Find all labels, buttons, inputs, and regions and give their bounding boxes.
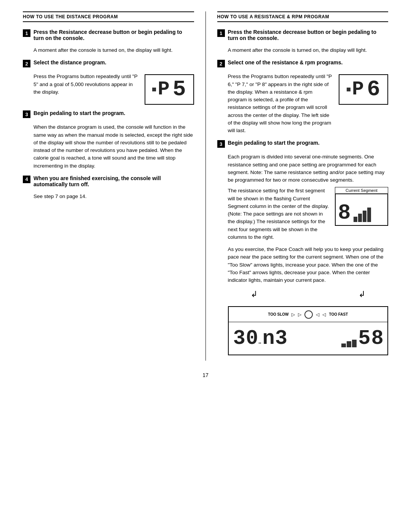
- right-step1-title: Press the Resistance decrease button or …: [228, 29, 389, 41]
- left-step3-number: 3: [23, 110, 30, 118]
- segment-inner-display: 8: [335, 193, 388, 226]
- right-step2: 2 Select one of the resistance & rpm pro…: [217, 59, 389, 67]
- right-step3-content: Each program is divided into several one…: [228, 153, 389, 355]
- pace-coach-section: ↳ ↲ TOO SLOW ▷ ▷ ◁ ◁: [228, 289, 389, 355]
- left-step2: 2 Select the distance program.: [23, 59, 194, 67]
- pace-dots: ▪▪: [258, 341, 261, 345]
- pace-bottom-row: 3 0 ▪▪ n 3: [229, 322, 388, 355]
- left-step4: 4 When you are finished exercising, the …: [23, 175, 194, 187]
- right-step1-content: A moment after the console is turned on,…: [228, 46, 389, 54]
- lcd-p6-icon: [347, 88, 350, 91]
- right-step3-number: 3: [217, 140, 225, 148]
- left-step3-body: When the distance program is used, the c…: [33, 123, 194, 170]
- right-step1: 1 Press the Resistance decrease button o…: [217, 29, 389, 41]
- left-step4-content: See step 7 on page 14.: [33, 193, 194, 200]
- left-step2-text: Press the Programs button repeatedly unt…: [33, 73, 139, 96]
- curve-arrow-right: ↲: [358, 289, 365, 299]
- too-fast-label: TOO FAST: [329, 312, 348, 316]
- right-step2-text: Press the Programs button repeatedly unt…: [228, 73, 333, 134]
- pace-bars: [341, 340, 357, 347]
- lcd-p5-content: P 5: [145, 75, 193, 104]
- segment-big-char: 8: [338, 202, 351, 224]
- left-step2-inline: Press the Programs button repeatedly unt…: [33, 73, 194, 105]
- pace-lcd-8: 8: [371, 328, 383, 349]
- right-step3-title: Begin pedaling to start the program.: [228, 140, 320, 146]
- curve-arrow-left: ↳: [251, 289, 258, 299]
- right-step3-seg-text: Each program is divided into several one…: [228, 153, 389, 184]
- segment-box-wrapper: Current Segment 8: [335, 187, 388, 226]
- pace-arrow-4: ◁: [322, 312, 326, 317]
- left-column: HOW TO USE THE DISTANCE PROGRAM 1 Press …: [19, 11, 206, 361]
- curve-arrows-row: ↳ ↲: [228, 289, 389, 300]
- display-p6: P 6: [339, 74, 388, 105]
- left-step1-title: Press the Resistance decrease button or …: [33, 29, 194, 41]
- left-step2-number: 2: [23, 60, 30, 67]
- page-number: 17: [19, 372, 392, 378]
- lcd-p5-char2: 5: [173, 78, 186, 101]
- segment-display-container: The resistance setting for the first seg…: [228, 187, 389, 241]
- segment-bars: [354, 208, 371, 222]
- left-step2-content: Press the Programs button repeatedly unt…: [33, 73, 194, 105]
- lcd-p6-content: P 6: [339, 75, 387, 104]
- left-step1: 1 Press the Resistance decrease button o…: [23, 29, 194, 41]
- pace-lcd-0: 0: [246, 328, 257, 349]
- left-step3: 3 Begin pedaling to start the program.: [23, 110, 194, 118]
- pace-arrows-area: TOO SLOW ▷ ▷ ◁ ◁ TOO FAST: [233, 310, 383, 319]
- pace-bottom-right: 5 8: [341, 328, 383, 349]
- lcd-p6-char1: P: [352, 80, 364, 99]
- page: HOW TO USE THE DISTANCE PROGRAM 1 Press …: [0, 0, 411, 532]
- left-header: HOW TO USE THE DISTANCE PROGRAM: [23, 11, 194, 22]
- pace-top-row: TOO SLOW ▷ ▷ ◁ ◁ TOO FAST: [229, 307, 388, 322]
- lcd-p5-icon: [152, 88, 156, 91]
- right-step2-title: Select one of the resistance & rpm progr…: [228, 59, 343, 66]
- pace-display: TOO SLOW ▷ ▷ ◁ ◁ TOO FAST: [228, 306, 389, 355]
- pace-bottom-left: 3 0 ▪▪ n 3: [233, 328, 287, 349]
- pace-lcd-3b: 3: [275, 328, 287, 349]
- right-step2-number: 2: [217, 60, 225, 67]
- pace-lcd-3: 3: [233, 328, 245, 349]
- lcd-p5-char1: P: [158, 80, 169, 99]
- lcd-p6-char2: 6: [367, 78, 380, 101]
- pace-arrow-1: ▷: [292, 312, 295, 317]
- too-slow-label: TOO SLOW: [268, 312, 288, 316]
- pace-lcd-5: 5: [358, 328, 370, 349]
- left-step4-number: 4: [23, 176, 30, 183]
- left-step1-number: 1: [23, 29, 30, 37]
- left-step4-body: See step 7 on page 14.: [33, 193, 194, 200]
- right-step2-inline: Press the Programs button repeatedly unt…: [228, 73, 389, 134]
- left-step2-title: Select the distance program.: [33, 59, 106, 66]
- right-step2-content: Press the Programs button repeatedly unt…: [228, 73, 389, 134]
- segment-display-text: The resistance setting for the first seg…: [228, 187, 329, 241]
- seg-bar-1: [354, 217, 357, 222]
- right-step3-pace-text: As you exercise, the Pace Coach will hel…: [228, 246, 389, 284]
- pace-lcd-n: n: [262, 328, 274, 349]
- right-column: HOW TO USE A RESISTANCE & RPM PROGRAM 1 …: [206, 11, 392, 361]
- right-header: HOW TO USE A RESISTANCE & RPM PROGRAM: [217, 11, 389, 22]
- pace-center-circle: [304, 310, 313, 319]
- display-p5: P 5: [145, 74, 194, 105]
- seg-bar-3: [363, 211, 366, 222]
- left-step3-content: When the distance program is used, the c…: [33, 123, 194, 170]
- left-step1-body: A moment after the console is turned on,…: [33, 46, 194, 54]
- pace-arrow-2: ▷: [298, 312, 301, 317]
- left-step3-title: Begin pedaling to start the program.: [33, 110, 125, 116]
- right-step1-number: 1: [217, 29, 225, 37]
- right-step1-body: A moment after the console is turned on,…: [228, 46, 389, 54]
- left-step4-title: When you are finished exercising, the co…: [33, 175, 194, 187]
- pace-bar-2: [347, 341, 351, 347]
- pace-bar-1: [341, 343, 346, 347]
- right-step3: 3 Begin pedaling to start the program.: [217, 140, 389, 148]
- pace-arrow-3: ◁: [316, 312, 319, 317]
- pace-bar-3: [352, 340, 357, 347]
- seg-bar-2: [358, 214, 362, 222]
- segment-label: Current Segment: [335, 187, 388, 193]
- left-step1-content: A moment after the console is turned on,…: [33, 46, 194, 54]
- seg-bar-4: [367, 208, 371, 222]
